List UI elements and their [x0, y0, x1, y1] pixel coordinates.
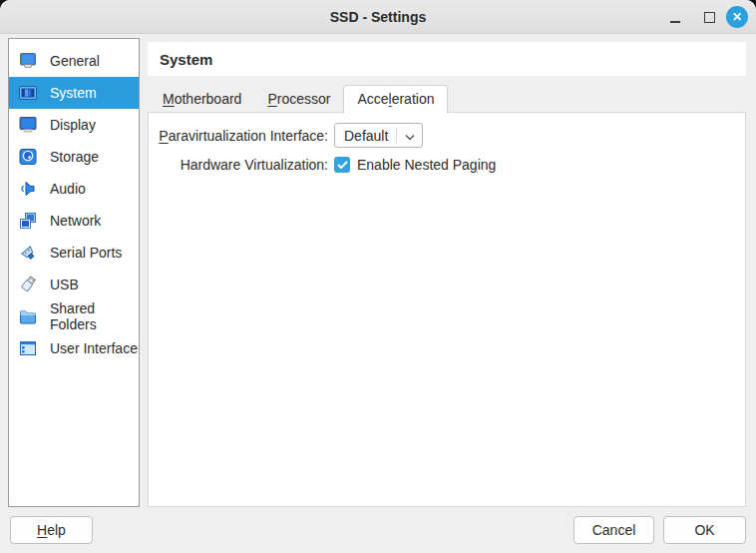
tab-motherboard[interactable]: Motherboard — [150, 86, 254, 113]
ok-button[interactable]: OK — [663, 516, 746, 544]
sidebar-item-usb[interactable]: USB — [9, 269, 139, 300]
user-interface-icon — [17, 337, 39, 359]
system-tabs: Motherboard Processor Acceleration — [150, 86, 448, 113]
network-icon — [17, 210, 39, 232]
hardware-virtualization-label: Hardware Virtualization: — [149, 157, 328, 173]
settings-category-list: General System Display Storage Audio — [8, 38, 140, 507]
audio-icon — [17, 178, 39, 200]
window-title: SSD - Settings — [330, 9, 426, 25]
maximize-button[interactable] — [700, 0, 718, 34]
sidebar-item-label: USB — [50, 276, 79, 292]
dropdown-separator — [396, 128, 397, 143]
nested-paging-checkbox-label[interactable]: Enable Nested Paging — [357, 157, 496, 173]
sidebar-item-label: Network — [50, 213, 101, 229]
cancel-button[interactable]: Cancel — [573, 516, 654, 544]
maximize-icon — [704, 12, 715, 23]
sidebar-item-label: Shared Folders — [50, 300, 139, 332]
general-icon — [17, 50, 39, 72]
sidebar-item-display[interactable]: Display — [9, 109, 139, 141]
titlebar[interactable]: SSD - Settings ✕ — [0, 0, 756, 34]
sidebar-item-label: User Interface — [50, 340, 138, 356]
close-button[interactable]: ✕ — [725, 0, 749, 34]
sidebar-item-shared-folders[interactable]: Shared Folders — [9, 300, 139, 332]
minimize-button[interactable] — [666, 0, 684, 34]
tab-processor[interactable]: Processor — [254, 86, 343, 113]
sidebar-item-label: General — [50, 53, 100, 69]
system-icon — [17, 82, 39, 104]
page-title: System — [160, 51, 212, 68]
acceleration-panel: Paravirtualization Interface: Default Ha… — [148, 112, 746, 507]
sidebar-item-serial-ports[interactable]: Serial Ports — [9, 237, 139, 269]
paravirtualization-select[interactable]: Default — [334, 123, 423, 148]
sidebar-item-label: Display — [50, 117, 96, 133]
paravirtualization-label: Paravirtualization Interface: — [149, 128, 328, 144]
sidebar-item-general[interactable]: General — [9, 45, 139, 77]
checkmark-icon — [337, 161, 348, 170]
paravirtualization-value: Default — [344, 128, 388, 144]
sidebar-item-label: System — [50, 85, 97, 101]
sidebar-item-system[interactable]: System — [9, 77, 139, 109]
display-icon — [17, 114, 39, 136]
tab-acceleration[interactable]: Acceleration — [343, 85, 448, 114]
sidebar-item-network[interactable]: Network — [9, 205, 139, 237]
sidebar-item-audio[interactable]: Audio — [9, 173, 139, 205]
storage-icon — [17, 146, 39, 168]
sidebar-item-label: Serial Ports — [50, 245, 122, 261]
sidebar-item-label: Audio — [50, 181, 86, 197]
minimize-icon — [670, 21, 680, 23]
paravirtualization-row: Paravirtualization Interface: Default — [149, 123, 423, 148]
settings-window: SSD - Settings ✕ General System — [0, 0, 756, 553]
usb-icon — [17, 274, 39, 295]
shared-folders-icon — [17, 305, 39, 327]
chevron-down-icon — [405, 128, 415, 144]
hardware-virtualization-row: Hardware Virtualization: Enable Nested P… — [149, 157, 496, 173]
close-icon: ✕ — [726, 6, 748, 28]
serial-ports-icon — [17, 242, 39, 264]
help-button[interactable]: Help — [10, 516, 93, 544]
nested-paging-checkbox[interactable] — [334, 157, 350, 173]
sidebar-item-storage[interactable]: Storage — [9, 141, 139, 173]
sidebar-item-user-interface[interactable]: User Interface — [9, 332, 139, 364]
sidebar-item-label: Storage — [50, 149, 99, 165]
page-header: System — [148, 42, 746, 76]
